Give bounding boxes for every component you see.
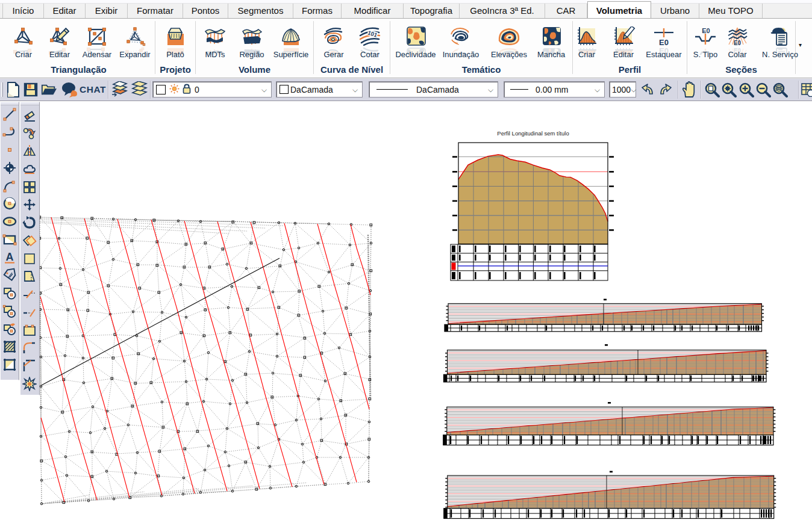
svg-text:Perfil Longitudinal sem título: Perfil Longitudinal sem título (497, 130, 569, 137)
svg-text:E0: E0 (734, 40, 742, 46)
svg-text:A: A (6, 251, 14, 263)
svg-text:E0: E0 (702, 27, 710, 34)
svg-text:E0: E0 (659, 38, 669, 47)
